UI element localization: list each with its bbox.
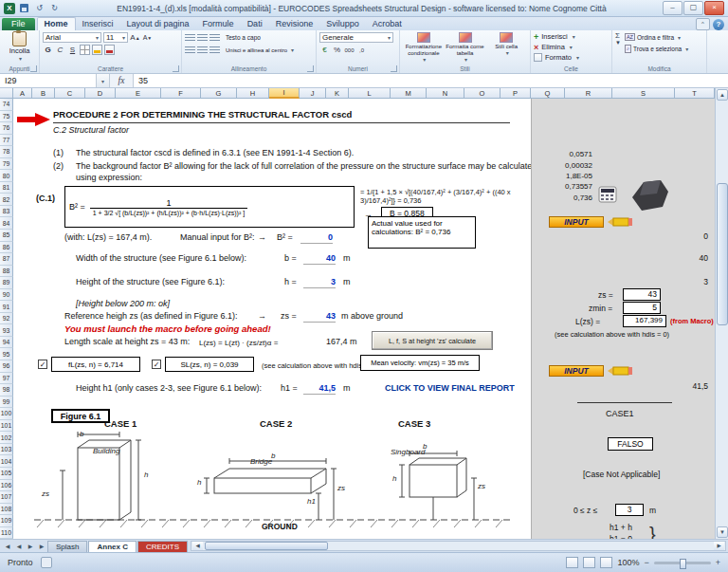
find-select-button[interactable]: ⌕Trova e seleziona▾ [625, 43, 688, 54]
font-size-select[interactable]: 11▾ [103, 32, 128, 43]
shrink-font-button[interactable]: A▼ [142, 32, 153, 43]
ribbon-tab[interactable]: Dati [241, 18, 269, 30]
name-box[interactable]: I29 [0, 74, 97, 87]
zs-input-cell[interactable]: 43 [303, 311, 336, 323]
sort-filter-button[interactable]: AZOrdina e filtra▾ [625, 31, 688, 43]
row-header[interactable]: 108 [0, 504, 13, 516]
last-sheet-icon[interactable]: ▶ [36, 541, 47, 552]
zoom-slider-thumb[interactable] [680, 559, 686, 569]
dialog-launcher[interactable] [30, 65, 37, 72]
row-header[interactable]: 94 [0, 337, 13, 349]
ribbon-tab[interactable]: Home [37, 17, 76, 30]
delete-cells-button[interactable]: ×Elimina▾ [534, 42, 609, 52]
row-header[interactable]: 85 [0, 230, 13, 242]
row-header[interactable]: 98 [0, 384, 13, 397]
align-left-icon[interactable] [185, 46, 195, 54]
row-header[interactable]: 100 [0, 408, 13, 420]
column-header[interactable]: F [161, 88, 201, 99]
column-header[interactable]: E [116, 88, 161, 99]
wrap-text-button[interactable]: Testo a capo [226, 34, 261, 41]
ribbon-tab[interactable]: Layout di pagina [120, 18, 196, 30]
redo-icon[interactable]: ↻ [48, 3, 61, 14]
dialog-launcher[interactable] [307, 65, 314, 72]
align-middle-icon[interactable] [197, 34, 208, 42]
calculate-macro-button[interactable]: L, f, S at height 'zs' calculate [372, 331, 493, 350]
dialog-launcher[interactable] [391, 65, 397, 72]
column-header[interactable]: Q [531, 88, 565, 99]
row-header[interactable]: 107 [0, 491, 13, 504]
sl-checkbox[interactable]: ✓ [152, 360, 161, 369]
column-header[interactable]: L [349, 88, 391, 99]
close-button[interactable]: × [704, 1, 724, 15]
underline-button[interactable]: S [67, 45, 78, 55]
row-header[interactable]: 84 [0, 217, 13, 230]
row-header[interactable]: 78 [0, 146, 13, 158]
row-header[interactable]: 110 [0, 527, 13, 540]
help-icon[interactable]: ? [713, 19, 724, 30]
percent-icon[interactable]: % [332, 45, 342, 55]
row-header[interactable]: 77 [0, 135, 13, 147]
column-header[interactable]: K [326, 88, 349, 99]
align-bottom-icon[interactable] [209, 34, 220, 42]
row-header[interactable]: 80 [0, 170, 13, 182]
h1-input-cell[interactable]: 41,5 [303, 383, 336, 395]
minimize-button[interactable]: – [663, 1, 682, 15]
first-sheet-icon[interactable]: ◀ [2, 541, 13, 552]
ribbon-tab[interactable]: Acrobat [366, 18, 409, 30]
row-header[interactable]: 99 [0, 397, 13, 409]
scroll-right-icon[interactable]: ▶ [714, 542, 724, 550]
font-name-select[interactable]: Arial▾ [43, 32, 101, 43]
ribbon-tab[interactable]: Formule [196, 18, 241, 30]
dialog-launcher[interactable] [173, 65, 179, 72]
column-header[interactable]: C [55, 88, 85, 99]
fill-color-icon[interactable] [92, 45, 102, 55]
fl-checkbox[interactable]: ✓ [38, 360, 47, 369]
excel-app-icon[interactable]: X [4, 3, 15, 14]
h-input-cell[interactable]: 3 [303, 277, 336, 288]
row-header[interactable]: 89 [0, 277, 13, 289]
row-header[interactable]: 92 [0, 313, 13, 325]
scroll-down-icon[interactable]: ▼ [717, 526, 728, 538]
column-header[interactable]: H [237, 88, 269, 99]
column-header[interactable]: B [32, 88, 55, 99]
row-header[interactable]: 81 [0, 182, 13, 194]
scroll-left-icon[interactable]: ◀ [192, 542, 203, 550]
minimize-ribbon-icon[interactable]: ^ [696, 18, 710, 30]
row-header[interactable]: 102 [0, 432, 13, 444]
row-header[interactable]: 82 [0, 194, 13, 206]
row-header[interactable]: 103 [0, 444, 13, 456]
insert-function-icon[interactable]: fx [110, 74, 134, 87]
sheet-tab[interactable]: CREDITS [137, 541, 188, 552]
page-layout-view-icon[interactable] [583, 557, 595, 568]
column-header[interactable]: N [427, 88, 464, 99]
row-header[interactable]: 79 [0, 158, 13, 171]
row-header[interactable]: 101 [0, 420, 13, 433]
formula-input[interactable]: 35 [134, 74, 728, 87]
merge-center-button[interactable]: Unisci e allinea al centro [226, 47, 287, 53]
autosum-icon[interactable]: Σ [615, 31, 621, 40]
row-header[interactable]: 74 [0, 99, 13, 111]
ribbon-tab[interactable]: Revisione [269, 18, 320, 30]
row-header[interactable]: 95 [0, 348, 13, 360]
column-header[interactable]: O [464, 88, 500, 99]
sheet-tab[interactable]: Annex C [88, 541, 136, 552]
ribbon-tab[interactable]: Inserisci [76, 18, 120, 30]
column-header[interactable]: S [612, 88, 675, 99]
ribbon-tab[interactable]: Sviluppo [319, 18, 366, 30]
vertical-scroll-thumb[interactable] [717, 183, 728, 325]
sheet-tab[interactable]: Splash [47, 541, 87, 552]
scroll-up-icon[interactable]: ▲ [717, 89, 728, 101]
column-header[interactable]: D [85, 88, 116, 99]
column-header[interactable]: P [500, 88, 531, 99]
next-sheet-icon[interactable]: ▶ [25, 541, 36, 552]
zoom-in-icon[interactable]: + [716, 558, 720, 567]
format-as-table-button[interactable]: Formatta come tabella▾ [445, 31, 486, 64]
font-color-icon[interactable] [104, 45, 115, 55]
align-top-icon[interactable] [185, 34, 195, 42]
row-header[interactable]: 97 [0, 373, 13, 385]
paste-button[interactable]: Incolla ▾ [3, 31, 36, 62]
select-all-corner[interactable] [0, 88, 13, 99]
row-header[interactable]: 90 [0, 289, 13, 302]
row-header[interactable]: 88 [0, 266, 13, 278]
row-header[interactable]: 87 [0, 253, 13, 266]
